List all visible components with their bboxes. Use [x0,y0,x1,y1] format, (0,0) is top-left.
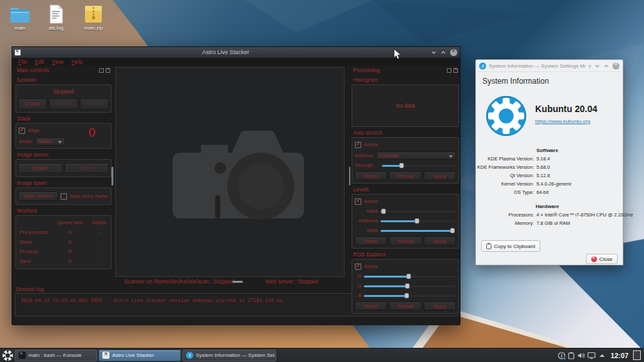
menu-edit[interactable]: Edit [32,59,48,65]
als-window: Astro Live Stacker File Edit View Help M… [12,46,460,325]
app-launcher-icon[interactable] [2,350,14,361]
minimize-icon[interactable] [594,60,600,71]
info-value: 4 × Intel® Core™ i7-8750H CPU @ 2.20GHz [536,211,633,219]
worker-row-name: Stack [17,237,51,247]
maximize-icon[interactable] [603,60,609,71]
auto-stretch-active-checkbox[interactable] [355,142,361,148]
reload-button[interactable]: Reload [389,171,421,180]
slider-fill [364,295,406,297]
apply-button[interactable]: Apply [424,301,456,310]
start-button[interactable]: START [18,99,47,110]
slider-handle[interactable] [381,209,386,214]
tray-expander-icon[interactable] [600,354,605,357]
close-button[interactable]: Close [586,254,618,264]
window-title: Astro Live Stacker [21,49,431,55]
white-slider[interactable] [381,227,456,234]
task-system-information[interactable]: System Information — System Set... [182,350,276,361]
save-every-frame-checkbox[interactable] [61,193,67,200]
als-icon [102,352,109,359]
sysinfo-titlebar[interactable]: System Information — System Settings Mod… [476,60,623,72]
worker-row-queue: 0 [51,256,89,266]
left-splitter-handle[interactable] [111,167,113,186]
dock-float-icon[interactable] [99,68,104,73]
reset-button[interactable]: Reset [355,171,387,180]
dock-close-icon[interactable] [453,68,458,73]
menu-help[interactable]: Help [68,59,86,65]
rgb-active-checkbox[interactable] [355,263,361,270]
midtones-label: midtones [355,218,378,224]
red-slider[interactable] [364,272,456,280]
apply-button[interactable]: Apply [424,171,456,180]
clock[interactable]: 12:07 [611,352,629,359]
desktop-icon-alslog[interactable]: als.log [37,5,75,31]
desktop-icon-main[interactable]: main [1,5,39,31]
menu-view[interactable]: View [48,59,66,65]
slider-fill [382,165,401,167]
slider-fill [364,276,408,278]
info-row: KDE Frameworks Version:5.68.0 [476,163,619,171]
midtones-slider[interactable] [381,217,456,225]
task-label: Astro Live Stacker [112,352,154,358]
dock-close-icon[interactable] [106,68,110,73]
slider-fill [381,230,452,232]
close-icon[interactable] [450,49,457,56]
blue-slider[interactable] [364,292,456,300]
slider-handle[interactable] [406,274,411,279]
black-slider[interactable] [381,207,456,215]
pause-button[interactable]: PAUSE [49,99,78,110]
als-app-icon [15,50,21,55]
reset-button[interactable]: Reset [355,236,387,245]
notification-dot [563,357,566,360]
save-current-button[interactable]: Save current [18,191,58,201]
distro-website-link[interactable]: https://www.kubuntu.org [535,119,597,124]
task-astro-live-stacker[interactable]: Astro Live Stacker [99,350,181,361]
clipboard-icon[interactable] [568,352,574,359]
strength-label: Strength [355,162,379,168]
close-icon[interactable] [612,62,620,70]
slider-handle[interactable] [415,218,419,224]
maximize-icon[interactable] [440,46,446,58]
method-value: Contrast [379,153,399,158]
show-desktop-button[interactable] [633,350,641,360]
slider-handle[interactable] [405,283,410,289]
green-slider[interactable] [364,282,456,290]
log-splitter-handle[interactable] [232,281,243,283]
minimize-icon[interactable] [431,46,437,58]
image-saver-group: Save current Save every frame [15,187,111,205]
slider-handle[interactable] [450,228,455,233]
reset-button[interactable]: Reset [355,301,387,310]
server-stop-button[interactable]: STOP [64,163,109,173]
dock-float-icon[interactable] [447,68,451,73]
slider-handle[interactable] [404,293,409,298]
worker-row-queue: 0 [51,227,89,237]
als-titlebar[interactable]: Astro Live Stacker [12,47,460,58]
method-select[interactable]: Contrast [376,151,456,160]
apply-button[interactable]: Apply [424,236,456,245]
menu-file[interactable]: File [15,59,30,65]
reload-button[interactable]: Reload [389,236,421,245]
display-icon[interactable] [587,352,596,359]
updates-icon[interactable] [558,352,565,359]
chevron-down-icon [58,141,62,144]
strength-slider[interactable] [382,162,456,169]
copy-to-clipboard-button[interactable]: Copy to Clipboard [481,240,540,252]
web-server-status: Web server : Stopped [265,278,318,285]
icon-label: als.log [37,25,75,31]
desktop-icon-mainzip[interactable]: main.zip [75,5,112,31]
blue-label: B [355,292,361,298]
slider-handle[interactable] [399,163,404,168]
archive-icon [75,5,112,24]
volume-icon[interactable] [577,352,585,359]
worker-row-status: - [89,227,109,237]
black-label: black [355,208,378,214]
stop-button[interactable]: STOP [80,99,109,110]
task-konsole[interactable]: main : bash — Konsole [15,350,97,361]
reload-button[interactable]: Reload [389,301,421,310]
mode-select[interactable]: Mean [35,137,65,146]
help-icon[interactable] [588,60,591,71]
right-splitter-handle[interactable] [349,167,351,186]
server-start-button[interactable]: START [18,163,62,173]
chevron-down-icon [449,155,453,158]
align-checkbox[interactable] [19,128,25,134]
levels-active-checkbox[interactable] [355,198,361,205]
